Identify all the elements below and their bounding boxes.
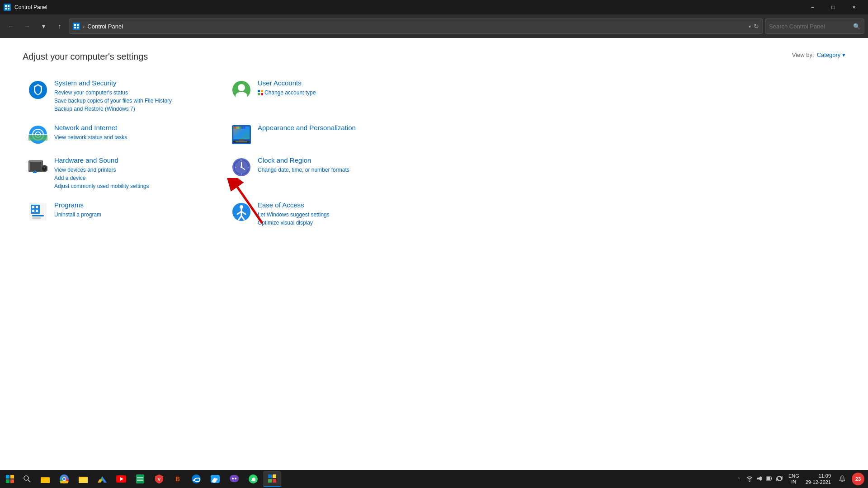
tray-date: 29-12-2021 bbox=[806, 479, 831, 485]
tray-clock[interactable]: 11:09 29-12-2021 bbox=[802, 473, 835, 486]
hardware-name[interactable]: Hardware and Sound bbox=[54, 156, 222, 164]
system-security-link-1[interactable]: Review your computer's status bbox=[54, 89, 222, 97]
programs-link-1[interactable]: Uninstall a program bbox=[54, 211, 222, 219]
tray-sync[interactable] bbox=[775, 475, 784, 483]
hardware-link-3[interactable]: Adjust commonly used mobility settings bbox=[54, 182, 222, 190]
restore-button[interactable]: □ bbox=[823, 0, 844, 14]
address-icon bbox=[73, 23, 80, 30]
taskbar-vpn[interactable]: V bbox=[150, 471, 168, 487]
user-avatar[interactable]: 23 bbox=[852, 473, 864, 485]
tray-lang-main: ENG bbox=[788, 473, 799, 479]
svg-rect-36 bbox=[30, 162, 42, 171]
minimize-button[interactable]: − bbox=[802, 0, 823, 14]
tray-language[interactable]: ENG IN bbox=[787, 471, 801, 487]
search-input[interactable] bbox=[769, 23, 850, 30]
clock-link-1[interactable]: Change date, time, or number formats bbox=[258, 166, 425, 174]
tray-wifi[interactable] bbox=[745, 475, 754, 483]
svg-rect-113 bbox=[767, 477, 770, 480]
tray-sound[interactable] bbox=[755, 475, 764, 483]
system-security-link-3[interactable]: Backup and Restore (Windows 7) bbox=[54, 105, 222, 113]
svg-point-73 bbox=[24, 476, 28, 480]
taskbar-folder[interactable] bbox=[74, 471, 92, 487]
svg-rect-8 bbox=[74, 27, 76, 28]
refresh-button[interactable]: ↻ bbox=[754, 23, 759, 30]
taskbar-youtube[interactable] bbox=[112, 471, 130, 487]
svg-rect-57 bbox=[32, 210, 34, 212]
ease-name[interactable]: Ease of Access bbox=[258, 201, 425, 209]
ease-link-2[interactable]: Optimize visual display bbox=[258, 219, 425, 227]
svg-point-102 bbox=[232, 478, 234, 479]
programs-name[interactable]: Programs bbox=[54, 201, 222, 209]
svg-text:V: V bbox=[158, 477, 160, 482]
taskbar-bittorrent[interactable]: B bbox=[169, 471, 186, 487]
hardware-link-1[interactable]: View devices and printers bbox=[54, 166, 222, 174]
category-user-accounts[interactable]: User Accounts Change account type bbox=[226, 75, 429, 120]
ease-icon bbox=[231, 201, 252, 223]
path-separator: › bbox=[83, 23, 85, 30]
svg-rect-17 bbox=[261, 93, 263, 95]
taskbar-messenger[interactable] bbox=[225, 471, 243, 487]
system-security-icon bbox=[27, 79, 49, 101]
svg-rect-4 bbox=[8, 8, 9, 9]
taskbar-file-explorer[interactable] bbox=[36, 471, 54, 487]
category-ease[interactable]: Ease of Access Let Windows suggest setti… bbox=[226, 197, 429, 234]
taskbar-twitter[interactable] bbox=[206, 471, 224, 487]
address-box[interactable]: › Control Panel ▾ ↻ bbox=[69, 19, 763, 34]
page-title: Adjust your computer's settings bbox=[23, 52, 148, 62]
window-title: Control Panel bbox=[14, 4, 798, 10]
system-security-name[interactable]: System and Security bbox=[54, 79, 222, 87]
category-appearance[interactable]: Appearance and Personalization bbox=[226, 120, 429, 153]
tray-notification[interactable] bbox=[835, 471, 849, 487]
svg-point-46 bbox=[241, 166, 242, 168]
network-info: Network and Internet View network status… bbox=[54, 124, 222, 141]
user-accounts-link-1[interactable]: Change account type bbox=[264, 89, 316, 97]
svg-rect-59 bbox=[32, 215, 44, 216]
address-dropdown-arrow[interactable]: ▾ bbox=[749, 24, 751, 29]
category-network[interactable]: Network and Internet View network status… bbox=[23, 120, 226, 153]
close-button[interactable]: × bbox=[844, 0, 864, 14]
svg-rect-29 bbox=[236, 141, 247, 142]
category-clock[interactable]: 12 6 9 3 Clock and Region Change date, t… bbox=[226, 153, 429, 197]
change-account-icon bbox=[258, 90, 263, 95]
system-security-info: System and Security Review your computer… bbox=[54, 79, 222, 113]
clock-name[interactable]: Clock and Region bbox=[258, 156, 425, 164]
tray-battery[interactable] bbox=[765, 475, 774, 483]
category-hardware[interactable]: Hardware and Sound View devices and prin… bbox=[23, 153, 226, 197]
recent-button[interactable]: ▾ bbox=[36, 19, 51, 33]
taskbar-whatsapp[interactable] bbox=[244, 471, 262, 487]
taskbar-chrome[interactable] bbox=[55, 471, 73, 487]
up-button[interactable]: ↑ bbox=[52, 19, 67, 33]
clock-info: Clock and Region Change date, time, or n… bbox=[258, 156, 425, 174]
titlebar: Control Panel − □ × bbox=[0, 0, 868, 14]
taskbar-edge[interactable] bbox=[187, 471, 205, 487]
search-icon[interactable]: 🔍 bbox=[853, 23, 860, 30]
svg-rect-56 bbox=[36, 206, 38, 208]
svg-text:12: 12 bbox=[241, 159, 243, 161]
search-box[interactable]: 🔍 bbox=[765, 19, 864, 34]
hardware-link-2[interactable]: Add a device bbox=[54, 174, 222, 182]
svg-rect-6 bbox=[74, 24, 76, 26]
taskbar-drive[interactable] bbox=[93, 471, 111, 487]
network-link-1[interactable]: View network status and tasks bbox=[54, 133, 222, 141]
view-by-dropdown[interactable]: Category ▾ bbox=[817, 52, 845, 58]
tray-chevron[interactable]: ⌃ bbox=[735, 477, 742, 482]
system-security-link-2[interactable]: Save backup copies of your files with Fi… bbox=[54, 97, 222, 105]
category-system-security[interactable]: System and Security Review your computer… bbox=[23, 75, 226, 120]
appearance-name[interactable]: Appearance and Personalization bbox=[258, 124, 425, 131]
taskbar-control-panel[interactable] bbox=[263, 471, 281, 487]
view-by-label: View by: bbox=[792, 52, 814, 58]
back-button[interactable]: ← bbox=[4, 19, 18, 33]
forward-button[interactable]: → bbox=[20, 19, 34, 33]
network-name[interactable]: Network and Internet bbox=[54, 124, 222, 131]
start-button[interactable] bbox=[2, 471, 18, 487]
ease-info: Ease of Access Let Windows suggest setti… bbox=[258, 201, 425, 227]
svg-point-83 bbox=[63, 478, 66, 480]
taskbar-search[interactable] bbox=[19, 471, 35, 487]
taskbar-sheets[interactable] bbox=[131, 471, 149, 487]
ease-link-1[interactable]: Let Windows suggest settings bbox=[258, 211, 425, 219]
category-programs[interactable]: Programs Uninstall a program bbox=[23, 197, 226, 234]
svg-line-74 bbox=[28, 480, 30, 482]
svg-marker-110 bbox=[757, 476, 761, 481]
svg-rect-95 bbox=[137, 479, 143, 480]
user-accounts-name[interactable]: User Accounts bbox=[258, 79, 425, 87]
